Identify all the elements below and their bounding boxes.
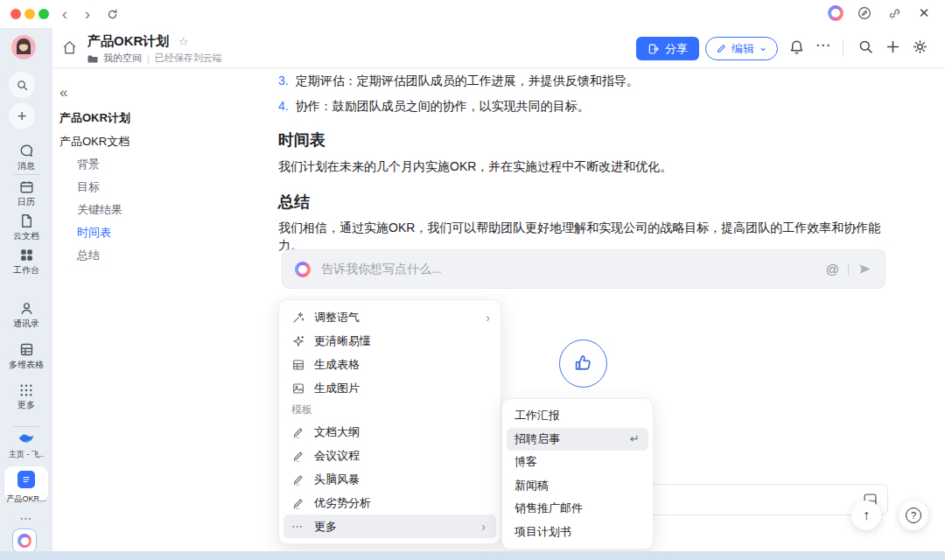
ai-ring-icon <box>18 534 32 548</box>
submenu-arrow-icon: › <box>481 520 486 534</box>
workbench-grid-icon <box>18 247 35 263</box>
template-pencil-icon <box>291 449 305 463</box>
menu-item-generate-image[interactable]: 生成图片 <box>279 376 500 400</box>
pen-circle-icon[interactable] <box>856 4 873 22</box>
outline-item-key-results[interactable]: 关键结果 <box>77 202 122 218</box>
create-new-icon[interactable] <box>885 38 901 55</box>
input-divider <box>848 263 849 276</box>
more-actions-icon[interactable]: ⋯ <box>816 36 830 54</box>
submenu-item-blog[interactable]: 博客 <box>502 451 653 474</box>
menu-item-adjust-tone[interactable]: 调整语气 › <box>279 305 500 329</box>
up-arrow-icon: ↑ <box>863 508 870 523</box>
send-icon[interactable] <box>858 262 872 276</box>
thumbs-up-button[interactable] <box>559 340 607 388</box>
pencil-icon <box>716 43 727 54</box>
calendar-icon <box>18 178 35 195</box>
menu-item-generate-table[interactable]: 生成表格 <box>279 353 500 376</box>
sidebar-item-calendar[interactable]: 日历 <box>0 178 52 206</box>
outline-item-goal[interactable]: 目标 <box>77 179 100 195</box>
share-doc-icon <box>648 43 660 55</box>
sidebar-item-more[interactable]: 更多 <box>0 382 52 410</box>
refresh-icon[interactable] <box>102 4 122 24</box>
list-number: 3. <box>278 74 289 88</box>
section-body: 我们相信，通过实施OKR，我们可以帮助团队更好地理解和实现公司的战略目标，提高团… <box>278 219 892 254</box>
list-item: 3.定期评估：定期评估团队成员的工作进展，并提供反馈和指导。 <box>278 72 891 89</box>
list-item: 4.协作：鼓励团队成员之间的协作，以实现共同的目标。 <box>278 97 891 115</box>
window-minimize-light[interactable] <box>24 9 35 19</box>
sidebar-search-icon[interactable] <box>9 72 35 98</box>
dots-grid-icon <box>18 382 34 398</box>
header-divider <box>843 39 844 57</box>
ai-input-box[interactable]: 告诉我你想写点什么... @ <box>282 249 886 289</box>
window-close-light[interactable] <box>10 9 21 19</box>
menu-item-swot[interactable]: 优劣势分析 <box>279 491 500 514</box>
outline-item-background[interactable]: 背景 <box>77 157 100 172</box>
outline-title[interactable]: 产品OKR计划 <box>60 110 130 126</box>
outline-item-summary[interactable]: 总结 <box>77 248 100 263</box>
cloud-doc-icon <box>18 213 35 229</box>
close-icon[interactable]: ✕ <box>915 4 933 22</box>
star-icon[interactable]: ☆ <box>178 35 189 48</box>
submenu-item-project-plan[interactable]: 项目计划书 <box>502 521 653 544</box>
sidebar-item-clouddocs[interactable]: 云文档 <box>0 213 52 241</box>
sidebar-plus-icon[interactable]: + <box>9 103 35 130</box>
question-icon: ? <box>906 508 921 523</box>
table-grid-icon <box>18 341 35 358</box>
outline-doc-title[interactable]: 产品OKR文档 <box>60 134 130 150</box>
list-number: 4. <box>278 99 289 113</box>
sidebar-item-messages[interactable]: 消息 <box>0 143 52 171</box>
notifications-icon[interactable] <box>788 38 805 55</box>
template-pencil-icon <box>291 425 305 439</box>
collapse-outline-icon[interactable]: « <box>60 84 67 102</box>
doc-header: 产品OKR计划 ☆ 我的空间 | 已经保存到云端 分享 编辑 ⌄ ⋯ <box>52 28 945 68</box>
submenu-item-work-report[interactable]: 工作汇报 <box>502 404 653 428</box>
person-icon <box>18 300 35 317</box>
ai-input-placeholder[interactable]: 告诉我你想写点什么... <box>321 262 826 277</box>
template-pencil-icon <box>291 496 305 510</box>
ellipsis-icon: ⋯ <box>291 520 305 533</box>
menu-item-brainstorm[interactable]: 头脑风暴 <box>279 467 500 491</box>
link-icon[interactable] <box>886 4 903 22</box>
outline-item-timeline-active[interactable]: 时间表 <box>77 225 111 241</box>
thumbs-up-icon <box>572 353 594 374</box>
sidebar-item-workbench[interactable]: 工作台 <box>0 247 52 275</box>
ai-actions-menu: 调整语气 › 更清晰易懂 生成表格 生成图片 模板 文档大纲 会议议程 头脑风暴… <box>278 299 501 544</box>
submenu-item-sales-email[interactable]: 销售推广邮件 <box>502 497 653 521</box>
template-pencil-icon <box>291 472 305 486</box>
help-button[interactable]: ? <box>899 500 928 530</box>
menu-item-more[interactable]: ⋯ 更多 › <box>284 514 496 538</box>
menu-item-clarify[interactable]: 更清晰易懂 <box>279 329 500 353</box>
search-icon[interactable] <box>858 38 874 55</box>
avatar[interactable] <box>11 35 36 60</box>
bottom-strip <box>0 551 945 560</box>
templates-submenu: 工作汇报 招聘启事 ↵ 博客 新闻稿 销售推广邮件 项目计划书 <box>501 398 654 550</box>
share-button[interactable]: 分享 <box>636 37 699 60</box>
feishu-logo-icon <box>18 432 35 448</box>
submenu-arrow-icon: › <box>486 311 490 325</box>
sparkle-icon <box>291 334 305 348</box>
enter-key-icon: ↵ <box>630 432 640 445</box>
sidebar-divider <box>13 426 39 427</box>
sidebar-item-feishu-home[interactable]: 主页 - 飞.. <box>0 432 52 459</box>
mention-icon[interactable]: @ <box>826 262 839 276</box>
nav-back-icon[interactable]: ‹ <box>54 4 75 24</box>
home-icon[interactable] <box>61 39 78 56</box>
edit-mode-button[interactable]: 编辑 ⌄ <box>705 37 778 60</box>
scroll-to-top-button[interactable]: ↑ <box>851 500 881 530</box>
sidebar-item-active-doc[interactable]: 产品OKR... <box>4 466 48 501</box>
sidebar-item-contacts[interactable]: 通讯录 <box>0 300 52 328</box>
gear-icon[interactable] <box>912 38 928 55</box>
sidebar-ellipsis-icon[interactable]: ⋯ <box>0 511 52 525</box>
submenu-item-job-posting[interactable]: 招聘启事 ↵ <box>507 428 648 452</box>
app-sidebar: + 消息 日历 云文档 工作台 通讯录 多维表格 更多 主页 - 飞.. 产品O… <box>0 28 52 551</box>
submenu-item-press-release[interactable]: 新闻稿 <box>502 474 653 498</box>
ai-assistant-icon[interactable] <box>828 5 844 21</box>
sidebar-ai-app-icon[interactable] <box>12 528 37 553</box>
menu-item-meeting-agenda[interactable]: 会议议程 <box>279 444 500 467</box>
menu-item-doc-outline[interactable]: 文档大纲 <box>279 420 500 444</box>
space-name[interactable]: 我的空间 <box>103 52 142 65</box>
nav-forward-icon[interactable]: › <box>77 4 98 24</box>
section-body: 我们计划在未来的几个月内实施OKR，并在实施过程中不断改进和优化。 <box>278 158 892 175</box>
sidebar-item-bitable[interactable]: 多维表格 <box>0 341 52 369</box>
window-zoom-light[interactable] <box>38 9 49 19</box>
